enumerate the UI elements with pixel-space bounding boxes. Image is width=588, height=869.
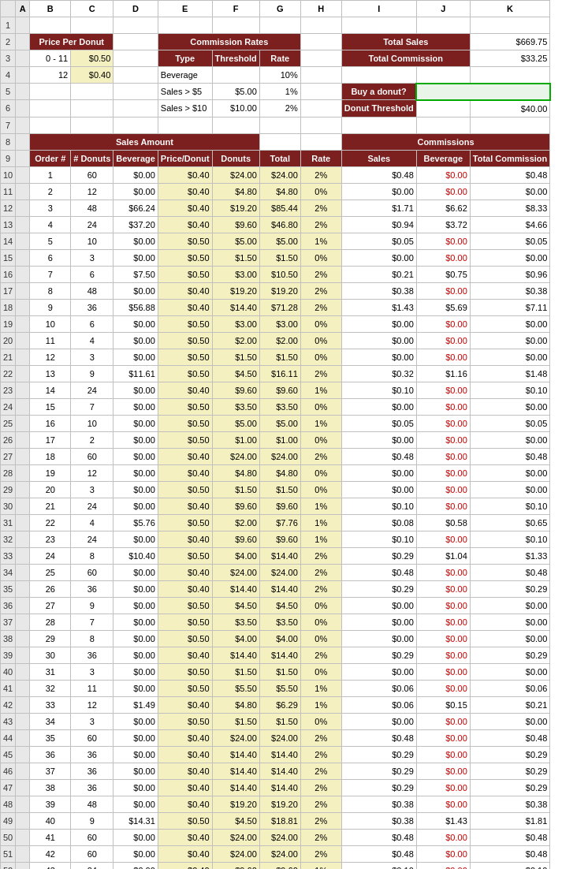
beverage-amt: $0.00 (114, 249, 158, 266)
beverage-amt: $0.00 (114, 647, 158, 663)
total-amt: $5.00 (259, 415, 300, 431)
total-comm: $0.21 (470, 696, 550, 713)
num-donuts: 48 (71, 282, 114, 299)
row-num-5: 5 (1, 84, 16, 100)
buy-donut-input[interactable] (416, 84, 550, 100)
row-num-4: 4 (1, 67, 16, 84)
col-header-f: F (212, 1, 259, 17)
order-num: 24 (30, 547, 71, 564)
sales-comm: $0.00 (341, 597, 416, 614)
row-num-52: 52 (1, 862, 16, 869)
total-comm: $0.29 (470, 647, 550, 663)
total-amt: $1.00 (259, 431, 300, 448)
bev-comm: $3.72 (416, 216, 470, 233)
price-donut: $0.50 (158, 233, 212, 249)
beverage-amt: $5.76 (114, 514, 158, 531)
rate: 2% (300, 647, 341, 663)
total-comm: $0.38 (470, 796, 550, 812)
sales-comm: $0.48 (341, 729, 416, 746)
bev-comm: $0.00 (416, 829, 470, 845)
bev-comm: $0.15 (416, 696, 470, 713)
total-comm: $0.29 (470, 779, 550, 796)
sales-comm: $0.32 (341, 365, 416, 382)
bev-comm: $5.69 (416, 299, 470, 315)
total-commission-label: Total Commission (341, 50, 470, 67)
col-header-d: D (114, 1, 158, 17)
order-num: 8 (30, 282, 71, 299)
donuts-amt: $9.60 (212, 498, 259, 514)
sales-10-rate: 2% (259, 100, 300, 117)
table-row: 39 30 36 $0.00 $0.40 $14.40 $14.40 2% $0… (1, 647, 550, 663)
beverage-amt: $0.00 (114, 713, 158, 729)
sales-comm: $0.06 (341, 680, 416, 696)
bev-comm: $0.00 (416, 349, 470, 365)
row-num-41: 41 (1, 680, 16, 696)
donuts-amt: $2.00 (212, 332, 259, 349)
price-donut: $0.40 (158, 183, 212, 200)
table-row: 28 19 12 $0.00 $0.40 $4.80 $4.80 0% $0.0… (1, 464, 550, 481)
table-row: 10 1 60 $0.00 $0.40 $24.00 $24.00 2% $0.… (1, 166, 550, 183)
num-donuts: 4 (71, 332, 114, 349)
num-donuts: 3 (71, 663, 114, 680)
order-num: 21 (30, 498, 71, 514)
total-amt: $4.00 (259, 630, 300, 647)
sales-10-threshold: $10.00 (212, 100, 259, 117)
donuts-amt: $14.40 (212, 763, 259, 779)
col-total-comm-header: Total Commission (470, 150, 550, 166)
price-donut: $0.50 (158, 415, 212, 431)
total-comm: $0.48 (470, 729, 550, 746)
bev-comm: $0.58 (416, 514, 470, 531)
order-num: 4 (30, 216, 71, 233)
bev-comm: $0.00 (416, 845, 470, 862)
row-num-32: 32 (1, 531, 16, 547)
order-num: 6 (30, 249, 71, 266)
sales-comm: $0.94 (341, 216, 416, 233)
sales-comm: $0.10 (341, 531, 416, 547)
total-comm: $1.81 (470, 812, 550, 829)
row-num-42: 42 (1, 696, 16, 713)
order-num: 16 (30, 415, 71, 431)
num-donuts: 7 (71, 614, 114, 630)
donuts-amt: $14.40 (212, 580, 259, 597)
rate: 1% (300, 498, 341, 514)
row-num-7: 7 (1, 117, 16, 133)
beverage-amt: $0.00 (114, 580, 158, 597)
price-donut: $0.40 (158, 779, 212, 796)
rate: 2% (300, 266, 341, 282)
rate: 0% (300, 614, 341, 630)
row-num-13: 13 (1, 216, 16, 233)
row-num-21: 21 (1, 349, 16, 365)
total-amt: $1.50 (259, 249, 300, 266)
total-amt: $14.40 (259, 779, 300, 796)
order-num: 29 (30, 630, 71, 647)
sales-comm: $0.10 (341, 498, 416, 514)
sales-comm: $0.48 (341, 829, 416, 845)
row-3: 3 0 - 11 $0.50 Type Threshold Rate Total… (1, 50, 550, 67)
sales-comm: $0.29 (341, 580, 416, 597)
num-donuts: 60 (71, 829, 114, 845)
total-amt: $3.00 (259, 315, 300, 332)
donuts-amt: $9.60 (212, 216, 259, 233)
table-row: 13 4 24 $37.20 $0.40 $9.60 $46.80 2% $0.… (1, 216, 550, 233)
bev-comm: $0.00 (416, 481, 470, 498)
bev-comm: $0.00 (416, 332, 470, 349)
row-num-45: 45 (1, 746, 16, 763)
bev-comm: $0.00 (416, 647, 470, 663)
donut-threshold-label: Donut Threshold (341, 100, 416, 117)
total-amt: $5.00 (259, 233, 300, 249)
num-donuts: 48 (71, 200, 114, 216)
rate: 2% (300, 580, 341, 597)
price-donut: $0.40 (158, 564, 212, 580)
order-num: 13 (30, 365, 71, 382)
row-num-11: 11 (1, 183, 16, 200)
row-num-49: 49 (1, 812, 16, 829)
price-donut: $0.40 (158, 166, 212, 183)
table-row: 11 2 12 $0.00 $0.40 $4.80 $4.80 0% $0.00… (1, 183, 550, 200)
price-donut: $0.40 (158, 729, 212, 746)
num-donuts: 4 (71, 514, 114, 531)
price-donut: $0.50 (158, 365, 212, 382)
spreadsheet: A B C D E F G H I J K 1 (0, 0, 551, 869)
total-amt: $5.50 (259, 680, 300, 696)
row-num-36: 36 (1, 597, 16, 614)
price-donut: $0.40 (158, 216, 212, 233)
